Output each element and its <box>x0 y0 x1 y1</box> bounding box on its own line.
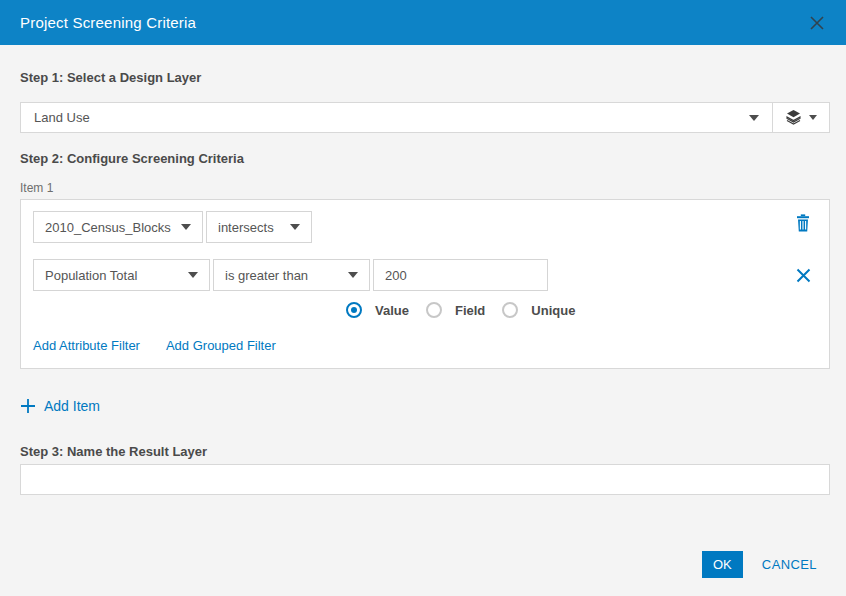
add-item-label: Add Item <box>44 398 100 414</box>
radio-value-label: Value <box>375 303 409 318</box>
step1-label: Step 1: Select a Design Layer <box>20 45 830 85</box>
spatial-criteria-row: 2010_Census_Blocks intersects <box>33 211 815 243</box>
cancel-button[interactable]: CANCEL <box>762 557 817 572</box>
plus-icon <box>20 398 36 414</box>
add-attribute-filter-link[interactable]: Add Attribute Filter <box>33 338 140 353</box>
radio-unique-label: Unique <box>531 303 575 318</box>
remove-x-icon <box>796 268 811 283</box>
condition-value: is greater than <box>225 268 308 283</box>
screening-layer-select[interactable]: 2010_Census_Blocks <box>33 211 203 243</box>
screening-layer-value: 2010_Census_Blocks <box>45 220 171 235</box>
chevron-down-icon <box>188 272 198 278</box>
chevron-down-icon <box>290 224 300 230</box>
criteria-item-card: 2010_Census_Blocks intersects Population… <box>20 199 830 369</box>
attribute-filter-row: Population Total is greater than <box>33 259 815 291</box>
attribute-field-value: Population Total <box>45 268 137 283</box>
spatial-operator-value: intersects <box>218 220 274 235</box>
radio-icon <box>502 302 518 318</box>
condition-select[interactable]: is greater than <box>213 259 370 291</box>
design-layer-value: Land Use <box>34 110 90 125</box>
result-layer-name-input[interactable] <box>20 464 830 495</box>
layer-list-button[interactable] <box>773 102 830 133</box>
chevron-down-icon <box>348 272 358 278</box>
chevron-down-icon <box>809 115 817 120</box>
chevron-down-icon <box>181 224 191 230</box>
value-type-radio-group: Value Field Unique <box>346 302 815 318</box>
design-layer-select[interactable]: Land Use <box>20 102 773 133</box>
step3-label: Step 3: Name the Result Layer <box>20 444 830 459</box>
radio-field-label: Field <box>455 303 485 318</box>
trash-icon <box>795 214 811 232</box>
radio-icon <box>346 302 362 318</box>
dialog-header: Project Screening Criteria <box>0 0 846 45</box>
radio-field[interactable]: Field <box>426 302 485 318</box>
add-item-button[interactable]: Add Item <box>20 398 140 414</box>
radio-unique[interactable]: Unique <box>502 302 575 318</box>
dialog-title: Project Screening Criteria <box>20 14 196 31</box>
radio-value[interactable]: Value <box>346 302 409 318</box>
radio-icon <box>426 302 442 318</box>
spatial-operator-select[interactable]: intersects <box>206 211 312 243</box>
dialog-body: Step 1: Select a Design Layer Land Use S… <box>0 45 846 495</box>
filter-value-input[interactable] <box>373 259 548 291</box>
close-icon <box>809 15 825 31</box>
attribute-field-select[interactable]: Population Total <box>33 259 210 291</box>
chevron-down-icon <box>749 115 759 121</box>
item-label: Item 1 <box>20 181 830 195</box>
add-grouped-filter-link[interactable]: Add Grouped Filter <box>166 338 276 353</box>
ok-button[interactable]: OK <box>702 551 743 578</box>
layers-icon <box>785 109 802 126</box>
dialog-footer: OK CANCEL <box>702 551 817 578</box>
design-layer-row: Land Use <box>20 102 830 133</box>
step2-label: Step 2: Configure Screening Criteria <box>20 151 830 166</box>
close-button[interactable] <box>806 12 828 34</box>
filter-links-row: Add Attribute Filter Add Grouped Filter <box>33 338 815 353</box>
delete-item-button[interactable] <box>791 211 815 235</box>
remove-filter-button[interactable] <box>791 263 815 287</box>
